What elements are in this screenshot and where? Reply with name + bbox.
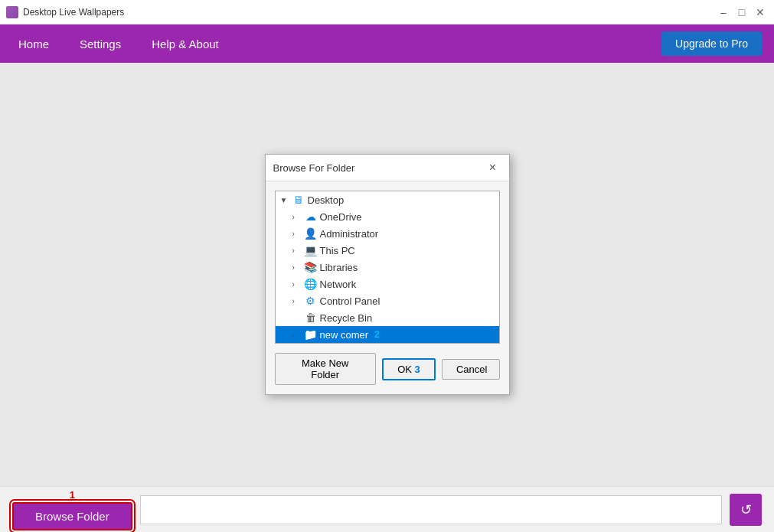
expand-icon: ›	[292, 230, 302, 238]
browse-folder-dialog: Browse For Folder × ▼ 🖥 Desktop › ☁ OneD…	[265, 154, 510, 395]
tree-item-recyclebin[interactable]: 🗑 Recycle Bin	[276, 309, 499, 326]
tree-item-network[interactable]: › 🌐 Network	[276, 276, 499, 292]
tree-item-label: Desktop	[308, 194, 345, 206]
expand-icon: ›	[292, 297, 302, 305]
browse-folder-button[interactable]: Browse Folder	[12, 502, 132, 530]
main-content: Browse For Folder × ▼ 🖥 Desktop › ☁ OneD…	[0, 63, 774, 486]
expand-icon: ▼	[280, 196, 289, 204]
expand-icon: ›	[292, 263, 302, 272]
recyclebin-icon: 🗑	[305, 312, 317, 324]
tree-item-label: Administrator	[320, 228, 379, 240]
refresh-icon: ↺	[740, 501, 752, 518]
bottom-bar: 1 Browse Folder ↺	[0, 486, 774, 532]
desktop-icon: 🖥	[292, 194, 305, 206]
expand-icon: ›	[292, 331, 302, 339]
tree-item-label: OneDrive	[320, 211, 362, 223]
dialog-overlay: Browse For Folder × ▼ 🖥 Desktop › ☁ OneD…	[0, 63, 774, 486]
tree-item-onedrive[interactable]: › ☁ OneDrive	[276, 208, 499, 225]
refresh-button[interactable]: ↺	[730, 494, 762, 526]
title-bar-left: Desktop Live Wallpapers	[6, 6, 124, 18]
folder-icon: 📁	[305, 328, 317, 341]
tree-item-label: Libraries	[320, 262, 358, 273]
ok-button[interactable]: OK 3	[382, 358, 436, 380]
user-icon: 👤	[305, 227, 317, 240]
browse-badge: 1	[12, 489, 132, 501]
folder-tree[interactable]: ▼ 🖥 Desktop › ☁ OneDrive › 👤 Adminis	[275, 191, 500, 344]
libraries-icon: 📚	[305, 261, 317, 273]
window-controls: – □ ✕	[716, 5, 768, 20]
pc-icon: 💻	[305, 244, 317, 256]
dialog-close-button[interactable]: ×	[485, 159, 501, 176]
menu-settings[interactable]: Settings	[73, 34, 127, 54]
menu-items: Home Settings Help & About	[12, 34, 225, 54]
maximize-button[interactable]: □	[734, 5, 750, 20]
tree-item-label: new comer	[320, 329, 369, 341]
tree-item-administrator[interactable]: › 👤 Administrator	[276, 225, 499, 242]
tree-item-thispc[interactable]: › 💻 This PC	[276, 242, 499, 259]
tree-item-label: Network	[320, 279, 357, 290]
app-title: Desktop Live Wallpapers	[23, 7, 124, 18]
app-icon	[6, 6, 18, 18]
dialog-body: ▼ 🖥 Desktop › ☁ OneDrive › 👤 Adminis	[266, 181, 509, 394]
expand-icon: ›	[292, 246, 302, 255]
tree-item-label: Control Panel	[320, 295, 380, 307]
expand-icon: ›	[292, 213, 302, 221]
path-input[interactable]	[140, 495, 722, 524]
tree-item-newcomer[interactable]: › 📁 new comer 2	[276, 326, 499, 343]
tree-item-libraries[interactable]: › 📚 Libraries	[276, 259, 499, 276]
minimize-button[interactable]: –	[716, 5, 731, 20]
menu-help-about[interactable]: Help & About	[145, 34, 225, 54]
cancel-button[interactable]: Cancel	[442, 359, 500, 380]
title-bar: Desktop Live Wallpapers – □ ✕	[0, 0, 774, 24]
menu-bar: Home Settings Help & About Upgrade to Pr…	[0, 24, 774, 63]
tree-item-label: Recycle Bin	[320, 312, 373, 324]
expand-icon: ›	[292, 280, 302, 289]
menu-home[interactable]: Home	[12, 34, 55, 54]
make-new-folder-button[interactable]: Make New Folder	[275, 353, 376, 385]
tree-item-label: This PC	[320, 245, 355, 256]
dialog-title-bar: Browse For Folder ×	[266, 155, 509, 181]
network-icon: 🌐	[305, 278, 317, 290]
onedrive-icon: ☁	[305, 211, 317, 223]
controlpanel-icon: ⚙	[305, 295, 317, 307]
dialog-title: Browse For Folder	[273, 162, 355, 174]
newcomer-badge: 2	[374, 329, 380, 340]
bottom-left: 1 Browse Folder	[12, 489, 132, 530]
ok-badge: 3	[415, 364, 420, 375]
close-button[interactable]: ✕	[753, 5, 768, 20]
tree-item-controlpanel[interactable]: › ⚙ Control Panel	[276, 292, 499, 309]
dialog-buttons: Make New Folder OK 3 Cancel	[275, 353, 500, 385]
upgrade-to-pro-button[interactable]: Upgrade to Pro	[661, 31, 762, 56]
tree-item-desktop[interactable]: ▼ 🖥 Desktop	[276, 191, 499, 208]
